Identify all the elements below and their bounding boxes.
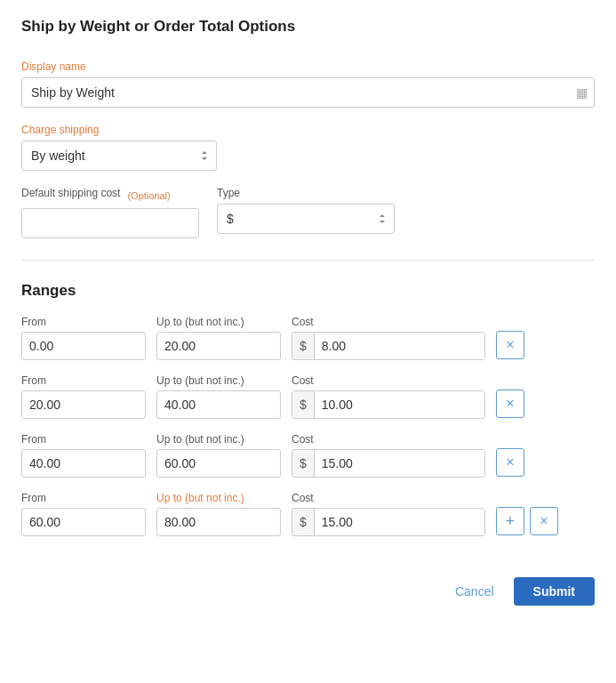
display-name-label: Display name (21, 60, 595, 73)
default-cost-label: Default shipping cost (21, 187, 120, 199)
cancel-button[interactable]: Cancel (446, 579, 503, 604)
cost-input-wrapper-3: $ (292, 449, 485, 478)
upto-label-1: Up to (but not inc.) (156, 316, 281, 328)
upto-input-3[interactable] (156, 449, 281, 478)
cost-prefix-4: $ (292, 509, 315, 535)
cost-input-wrapper-1: $ (292, 332, 485, 360)
cost-prefix-3: $ (292, 450, 315, 477)
remove-row-4-button[interactable]: × (530, 507, 558, 535)
add-row-button[interactable]: + (496, 507, 524, 535)
cost-label-3: Cost (292, 433, 485, 446)
row-actions-2: × (496, 390, 524, 419)
from-label-4: From (21, 492, 146, 504)
display-name-input[interactable] (21, 77, 595, 108)
ranges-section: Ranges From Up to (but not inc.) Cost $ … (21, 282, 595, 536)
charge-shipping-label: Charge shipping (21, 124, 595, 136)
cost-input-wrapper-2: $ (292, 390, 485, 419)
cost-label-4: Cost (292, 492, 485, 504)
remove-row-3-button[interactable]: × (496, 448, 524, 477)
charge-shipping-select[interactable]: By weight By order total Fixed amount (21, 141, 217, 171)
upto-label-2: Up to (but not inc.) (156, 374, 281, 387)
upto-label-3: Up to (but not inc.) (156, 433, 281, 446)
page-title: Ship by Weight or Order Total Options (21, 18, 595, 36)
from-label-2: From (21, 374, 146, 387)
footer-actions: Cancel Submit (21, 563, 595, 606)
from-label-3: From (21, 433, 146, 446)
row-actions-1: × (496, 331, 524, 360)
cost-input-2[interactable] (315, 391, 484, 418)
upto-input-1[interactable] (156, 332, 281, 360)
cost-input-wrapper-4: $ (292, 508, 485, 536)
remove-row-2-button[interactable]: × (496, 390, 524, 418)
cost-label-1: Cost (292, 316, 485, 328)
row-actions-3: × (496, 448, 524, 478)
section-divider (21, 260, 595, 261)
range-row: From Up to (but not inc.) Cost $ × (21, 316, 595, 360)
cost-input-4[interactable] (315, 509, 484, 535)
type-select[interactable]: $ % (217, 204, 395, 234)
ranges-title: Ranges (21, 282, 595, 300)
type-label: Type (217, 187, 395, 199)
upto-input-4[interactable] (156, 508, 281, 536)
from-input-3[interactable] (21, 449, 146, 478)
row-actions-4: + × (496, 507, 558, 536)
cost-prefix-1: $ (292, 333, 315, 359)
default-cost-optional: (Optional) (127, 190, 170, 201)
cost-label-2: Cost (292, 374, 485, 387)
range-row: From Up to (but not inc.) Cost $ × (21, 374, 595, 419)
upto-input-2[interactable] (156, 390, 281, 419)
range-row: From Up to (but not inc.) Cost $ + × (21, 492, 595, 536)
from-label-1: From (21, 316, 146, 328)
upto-label-4: Up to (but not inc.) (156, 492, 281, 504)
range-row: From Up to (but not inc.) Cost $ × (21, 433, 595, 478)
cost-input-3[interactable] (315, 450, 484, 477)
submit-button[interactable]: Submit (514, 577, 595, 606)
default-cost-input[interactable] (21, 208, 199, 238)
from-input-1[interactable] (21, 332, 146, 360)
remove-row-1-button[interactable]: × (496, 331, 524, 359)
cost-input-1[interactable] (315, 333, 484, 359)
from-input-2[interactable] (21, 390, 146, 419)
cost-prefix-2: $ (292, 391, 315, 418)
from-input-4[interactable] (21, 508, 146, 536)
